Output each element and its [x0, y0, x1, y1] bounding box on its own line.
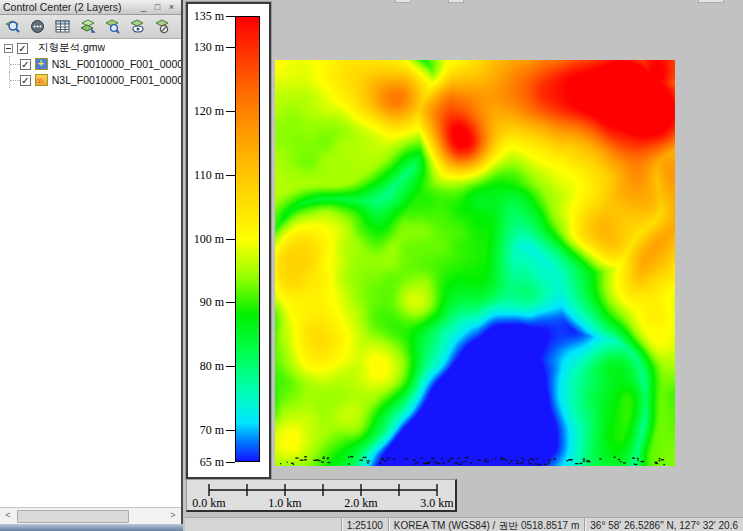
minimize-button[interactable]: _ [137, 2, 150, 13]
scale-bar: 0.0 km1.0 km2.0 km3.0 km [186, 479, 457, 512]
layer-row[interactable]: ✓ N3L_F0010000_F001_000000.shp [0, 72, 181, 88]
legend-tick: 65 m [188, 455, 235, 469]
scrollbar-thumb[interactable] [17, 510, 129, 523]
layer-visibility-icon [129, 18, 146, 35]
layer-checkbox[interactable]: ✓ [20, 75, 30, 86]
control-center-toolbar [0, 15, 181, 39]
map-workspace: 135 m130 m120 m110 m100 m90 m80 m70 m65 … [185, 0, 743, 531]
legend-tick: 90 m [188, 296, 235, 310]
scroll-right-icon[interactable]: > [165, 508, 181, 524]
layer-tree: ✓ 지형분석.gmw ✓ N3L_F0010000_F001_000000.sh… [0, 40, 181, 500]
layer-zoom-button[interactable] [103, 17, 123, 36]
window-bottom-edge [0, 524, 183, 531]
layer-label: N3L_F0010000_F001_000000.shp [52, 58, 181, 70]
attributes-table-icon [54, 18, 71, 35]
status-bar: 1:25100 KOREA TM (WGS84) / 권반 0518.8517 … [185, 517, 743, 531]
layer-visibility-button[interactable] [128, 17, 148, 36]
raster-layer-icon [35, 74, 48, 86]
toolbar-remnant [395, 0, 411, 3]
toolbar-remnant [448, 0, 464, 3]
close-button[interactable]: × [165, 2, 178, 13]
legend-tick: 110 m [188, 168, 235, 182]
status-spacer [185, 518, 341, 531]
elevation-gradient-bar [235, 16, 260, 462]
layer-close-button[interactable] [153, 17, 173, 36]
tree-guide-line [9, 72, 20, 88]
layer-row[interactable]: ✓ N3L_F0010000_F001_000000.shp [0, 56, 181, 72]
root-checkbox[interactable]: ✓ [17, 43, 28, 54]
scale-label: 1.0 km [268, 496, 301, 511]
maximize-button[interactable]: □ [151, 2, 164, 13]
toolbar-remnant [698, 0, 724, 3]
root-label: 지형분석.gmw [38, 41, 105, 55]
legend-tick: 80 m [188, 359, 235, 373]
layer-copy-button[interactable] [78, 17, 98, 36]
legend-tick: 120 m [188, 105, 235, 119]
vector-layer-icon [35, 58, 48, 70]
attributes-table-button[interactable] [53, 17, 73, 36]
layer-zoom-icon [104, 18, 121, 35]
scale-label: 0.0 km [192, 496, 225, 511]
map-view[interactable] [275, 60, 675, 466]
zoom-tool-button[interactable] [3, 17, 23, 36]
legend-tick: 130 m [188, 41, 235, 55]
status-scale: 1:25100 [341, 518, 388, 531]
legend-tick: 100 m [188, 232, 235, 246]
layer-label: N3L_F0010000_F001_000000.shp [52, 74, 181, 86]
tree-guide-line [9, 56, 20, 72]
scale-bar-ruler [187, 480, 454, 511]
options-button[interactable] [28, 17, 48, 36]
scroll-left-icon[interactable]: < [0, 508, 16, 524]
options-icon [29, 18, 46, 35]
zoom-tool-icon [4, 18, 21, 35]
tree-root-row[interactable]: ✓ 지형분석.gmw [0, 40, 181, 56]
horizontal-scrollbar[interactable]: < > [0, 507, 181, 524]
legend-tick: 70 m [188, 423, 235, 437]
control-center-titlebar[interactable]: Control Center (2 Layers) _ □ × [0, 0, 181, 15]
control-center-title: Control Center (2 Layers) [3, 1, 136, 13]
scale-label: 2.0 km [344, 496, 377, 511]
layer-copy-icon [79, 18, 96, 35]
status-projection: KOREA TM (WGS84) / 권반 0518.8517 m [388, 518, 584, 531]
elevation-legend: 135 m130 m120 m110 m100 m90 m80 m70 m65 … [186, 2, 271, 479]
control-center-panel: Control Center (2 Layers) _ □ × [0, 0, 183, 524]
status-position: 36° 58' 26.5286" N, 127° 32' 20.6 [584, 518, 743, 531]
collapse-icon[interactable] [4, 44, 13, 53]
layer-checkbox[interactable]: ✓ [20, 59, 30, 70]
application-window: Control Center (2 Layers) _ □ × [0, 0, 743, 531]
layer-close-icon [154, 18, 171, 35]
legend-tick: 135 m [188, 9, 235, 23]
scale-label: 3.0 km [420, 496, 453, 511]
